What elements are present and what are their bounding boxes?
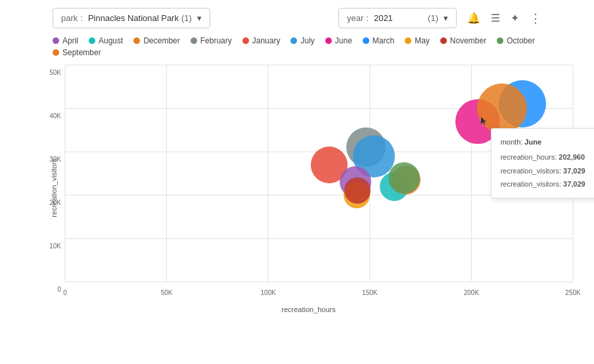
tooltip-row2: recreation_visitors: 37,029 [501,164,594,178]
y-tick-label: 20K [49,199,61,206]
park-filter-key: park [61,13,78,23]
park-filter[interactable]: park : Pinnacles National Park (1) ▾ [53,8,210,28]
legend-item-october: October [497,36,535,45]
legend-item-january: January [242,36,281,45]
legend-label: October [507,36,535,45]
legend-dot [89,37,95,44]
alarm-icon[interactable]: 🔔 [467,12,480,24]
x-tick-label: 200K [464,289,479,296]
x-axis-label: recreation_hours [281,306,336,313]
legend-item-july: July [290,36,314,45]
legend-label: July [300,36,314,45]
legend-label: April [62,36,78,45]
more-icon[interactable]: ⋮ [530,11,541,26]
tooltip: month: June recreation_hours: 202,960 re… [491,128,594,199]
y-tick-label: 10K [49,242,61,250]
park-filter-value: Pinnacles National Park [88,13,179,23]
legend-dot [290,37,297,44]
park-filter-colon: : [80,13,83,23]
legend-label: December [143,36,179,45]
x-tick-label: 250K [565,289,580,296]
legend-dot [53,49,59,56]
tooltip-row3: recreation_visitors: 37,029 [501,177,594,191]
legend-dot [191,37,197,44]
chart-wrapper: recreation_visitors month: June recreati… [36,60,581,316]
y-axis-label: recreation_visitors [50,158,58,217]
filter-icon[interactable]: ☰ [491,12,500,24]
bubble-november[interactable] [344,177,371,204]
legend-dot [497,37,503,44]
tooltip-row1: recreation_hours: 202,960 [501,150,594,164]
y-tick-label: 30K [49,156,61,163]
park-filter-chevron: ▾ [197,13,202,23]
star-icon[interactable]: ✦ [511,12,519,24]
legend-label: January [252,36,281,45]
legend-label: March [373,36,394,45]
x-tick-label: 0 [63,289,67,296]
legend-dot [440,37,447,44]
legend-dot [363,37,369,44]
legend-dot [242,37,249,44]
legend-item-february: February [191,36,232,45]
legend-label: September [62,48,101,57]
legend-item-april: April [53,36,78,45]
legend-label: August [99,36,123,45]
bubble-december[interactable] [477,83,527,133]
legend-label: November [450,36,486,45]
tooltip-month: month: June [501,135,594,149]
legend-label: June [335,36,352,45]
chart-area: month: June recreation_hours: 202,960 re… [65,65,573,282]
park-filter-count: (1) [181,13,192,23]
legend-item-march: March [363,36,394,45]
top-bar: park : Pinnacles National Park (1) ▾ yea… [0,0,594,34]
x-tick-label: 100K [261,289,276,296]
legend-item-may: May [405,36,430,45]
legend-item-september: September [53,48,101,57]
cursor-indicator [480,116,487,125]
legend-dot [325,37,332,44]
year-filter-count: (1) [428,13,438,23]
y-tick-label: 40K [49,112,61,120]
legend-label: February [200,36,232,45]
x-tick-label: 150K [362,289,377,296]
year-filter-chevron: ▾ [444,13,448,23]
year-filter[interactable]: year : 2021 (1) ▾ [338,8,457,28]
y-tick-label: 0 [57,286,61,293]
legend-dot [133,37,140,44]
legend-dot [53,37,59,44]
x-tick-label: 50K [161,289,173,296]
bubble-october[interactable] [388,162,420,194]
legend-item-august: August [89,36,123,45]
legend-label: May [415,36,430,45]
year-filter-key: year [347,13,363,23]
year-filter-colon: : [366,13,369,23]
legend-item-december: December [133,36,179,45]
legend-item-november: November [440,36,486,45]
legend-item-june: June [325,36,352,45]
legend-area: AprilAugustDecemberFebruaryJanuaryJulyJu… [0,34,594,60]
legend-dot [405,37,411,44]
y-tick-label: 50K [49,69,61,76]
year-filter-value: 2021 [374,13,425,23]
